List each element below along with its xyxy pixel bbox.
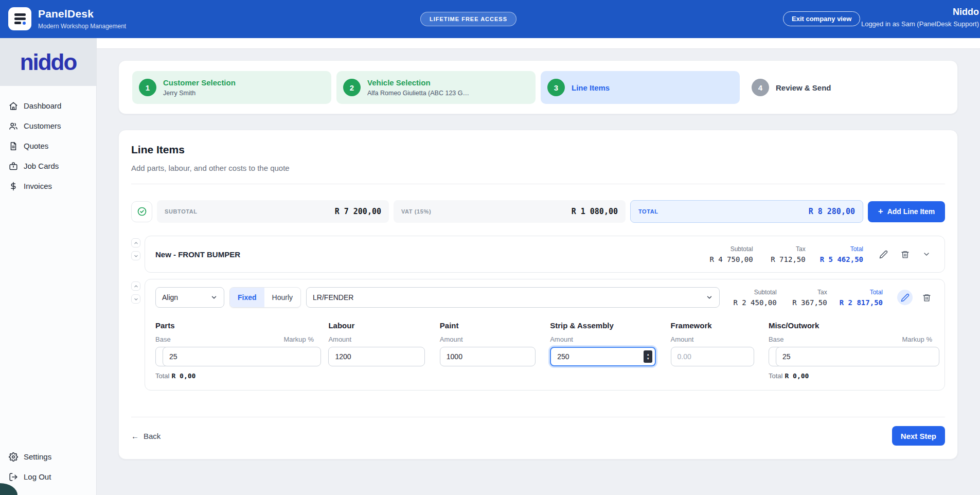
step-customer-selection[interactable]: 1 Customer Selection Jerry Smith bbox=[132, 71, 331, 104]
framework-amount-input[interactable] bbox=[671, 347, 754, 366]
users-icon bbox=[9, 121, 18, 131]
chevron-down-icon bbox=[210, 294, 218, 301]
edit-icon[interactable] bbox=[876, 246, 891, 262]
next-step-button[interactable]: Next Step bbox=[892, 426, 945, 446]
step-vehicle-selection[interactable]: 2 Vehicle Selection Alfa Romeo Giulietta… bbox=[336, 71, 536, 104]
misc-markup-input[interactable] bbox=[776, 347, 939, 366]
sidebar-item-dashboard[interactable]: Dashboard bbox=[0, 96, 96, 116]
sidebar-item-label: Job Cards bbox=[24, 162, 59, 170]
company-name: Niddo bbox=[861, 7, 979, 17]
misc-outwork-section: Misc/Outwork Base Markup % TotalR 0,00 bbox=[769, 321, 932, 380]
plus-icon: + bbox=[878, 206, 883, 217]
add-line-item-label: Add Line Item bbox=[887, 207, 935, 216]
step-subtitle: Jerry Smith bbox=[163, 90, 236, 97]
vat-summary: VAT (15%) R 1 080,00 bbox=[394, 200, 626, 223]
page-subtitle: Add parts, labour, and other costs to th… bbox=[131, 164, 945, 172]
section-total-label: Total bbox=[155, 372, 169, 380]
step-title: Review & Send bbox=[776, 83, 831, 92]
scrolled-content-edge bbox=[97, 38, 980, 49]
step-subtitle: Alfa Romeo Giulietta (ABC 123 G… bbox=[367, 90, 469, 97]
labour-section: Labour Amount bbox=[328, 321, 425, 380]
line-items-card: Line Items Add parts, labour, and other … bbox=[118, 130, 958, 459]
item-total-label: Total bbox=[820, 245, 863, 253]
delete-icon[interactable] bbox=[919, 290, 934, 305]
move-down-button[interactable] bbox=[131, 294, 140, 304]
line-item-row: Align Fixed Hourly LR/FENDER bbox=[131, 279, 945, 391]
number-stepper[interactable]: ▲▼ bbox=[644, 350, 652, 363]
sidebar-item-label: Invoices bbox=[24, 182, 52, 190]
section-title: Strip & Assembly bbox=[550, 321, 656, 330]
sidebar-item-settings[interactable]: Settings bbox=[0, 447, 96, 467]
quote-stepper: 1 Customer Selection Jerry Smith 2 Vehic… bbox=[118, 60, 958, 114]
markup-label: Markup % bbox=[283, 335, 314, 343]
move-up-button[interactable] bbox=[131, 281, 140, 291]
line-item-name: New - FRONT BUMPER bbox=[155, 250, 240, 259]
parts-section: Parts Base Markup % TotalR 0,00 bbox=[155, 321, 314, 380]
spinner-up-icon[interactable]: ▲ bbox=[647, 353, 650, 356]
totals-summary-bar: SUBTOTAL R 7 200,00 VAT (15%) R 1 080,00… bbox=[131, 200, 945, 223]
edit-icon[interactable] bbox=[897, 290, 913, 305]
move-up-button[interactable] bbox=[131, 238, 140, 247]
item-subtotal-label: Subtotal bbox=[733, 289, 776, 296]
sidebar-item-customers[interactable]: Customers bbox=[0, 116, 96, 136]
sidebar-item-label: Settings bbox=[24, 452, 51, 461]
delete-icon[interactable] bbox=[897, 246, 913, 262]
total-value: R 8 280,00 bbox=[809, 207, 855, 216]
strip-amount-input[interactable] bbox=[550, 347, 656, 366]
step-title: Customer Selection bbox=[163, 78, 236, 87]
spinner-down-icon[interactable]: ▼ bbox=[647, 357, 650, 360]
paint-amount-input[interactable] bbox=[440, 347, 536, 366]
parts-markup-input[interactable] bbox=[163, 347, 321, 366]
step-review-send[interactable]: 4 Review & Send bbox=[745, 71, 944, 104]
chevron-down-icon bbox=[706, 294, 713, 301]
sidebar-item-logout[interactable]: Log Out bbox=[0, 467, 96, 487]
check-circle-icon[interactable] bbox=[131, 201, 152, 222]
amount-label: Amount bbox=[440, 335, 463, 343]
sidebar-item-label: Log Out bbox=[24, 472, 51, 481]
divider bbox=[131, 184, 945, 184]
total-summary: TOTAL R 8 280,00 bbox=[630, 200, 863, 223]
app-tagline: Modern Workshop Management bbox=[38, 23, 126, 30]
step-number-badge: 2 bbox=[343, 79, 361, 96]
subtotal-label: SUBTOTAL bbox=[165, 208, 198, 215]
rate-type-toggle: Fixed Hourly bbox=[229, 287, 301, 308]
framework-section: Framework Amount bbox=[671, 321, 754, 380]
step-title: Line Items bbox=[572, 83, 610, 92]
item-subtotal-label: Subtotal bbox=[709, 245, 753, 253]
document-icon bbox=[9, 142, 18, 151]
sidebar-item-invoices[interactable]: Invoices bbox=[0, 176, 96, 196]
part-select[interactable]: LR/FENDER bbox=[306, 287, 720, 308]
lifetime-access-badge: LIFETIME FREE ACCESS bbox=[420, 12, 516, 26]
operation-value: Align bbox=[162, 293, 178, 302]
item-tax-value: R 367,50 bbox=[789, 298, 827, 307]
exit-company-view-button[interactable]: Exit company view bbox=[783, 11, 860, 26]
move-down-button[interactable] bbox=[131, 251, 140, 260]
sidebar-item-label: Quotes bbox=[24, 142, 48, 150]
subtotal-summary: SUBTOTAL R 7 200,00 bbox=[157, 200, 389, 223]
paneldesk-logo-icon bbox=[8, 7, 31, 30]
sidebar-item-quotes[interactable]: Quotes bbox=[0, 136, 96, 156]
labour-amount-input[interactable] bbox=[328, 347, 425, 366]
sidebar-item-job-cards[interactable]: Job Cards bbox=[0, 156, 96, 176]
step-line-items[interactable]: 3 Line Items bbox=[541, 71, 740, 104]
strip-assembly-section: Strip & Assembly Amount ▲▼ bbox=[550, 321, 656, 380]
section-title: Framework bbox=[671, 321, 754, 330]
back-button[interactable]: ← Back bbox=[131, 432, 161, 440]
part-value: LR/FENDER bbox=[313, 293, 353, 302]
sidebar-item-label: Dashboard bbox=[24, 101, 61, 110]
line-item-row: New - FRONT BUMPER Subtotal R 4 750,00 T… bbox=[131, 236, 945, 273]
add-line-item-button[interactable]: + Add Line Item bbox=[868, 201, 945, 222]
section-title: Misc/Outwork bbox=[769, 321, 932, 330]
chevron-down-icon[interactable] bbox=[919, 246, 934, 262]
item-subtotal-value: R 2 450,00 bbox=[733, 298, 776, 307]
login-status: Logged in as Sam (PanelDesk Support) bbox=[861, 20, 979, 28]
operation-select[interactable]: Align bbox=[155, 287, 224, 308]
rate-fixed-option[interactable]: Fixed bbox=[230, 288, 264, 307]
paint-section: Paint Amount bbox=[440, 321, 536, 380]
arrow-left-icon: ← bbox=[131, 432, 139, 440]
gear-icon bbox=[9, 452, 18, 462]
main-content: 1 Customer Selection Jerry Smith 2 Vehic… bbox=[97, 38, 980, 495]
section-title: Paint bbox=[440, 321, 536, 330]
item-total-value: R 2 817,50 bbox=[840, 298, 883, 307]
rate-hourly-option[interactable]: Hourly bbox=[264, 288, 300, 307]
